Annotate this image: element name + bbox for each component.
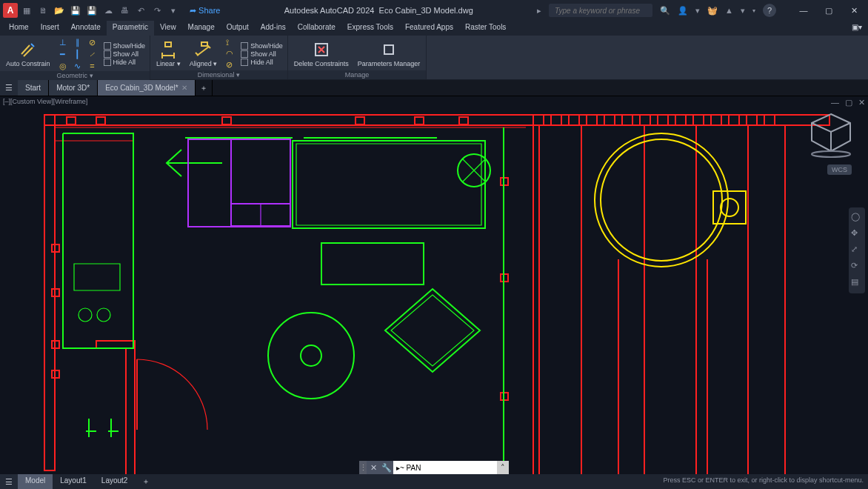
help-dropdown-icon[interactable]: ▾ — [752, 7, 755, 14]
apps-icon[interactable]: ▲ — [725, 6, 733, 15]
document-tab[interactable]: Motor 3D* — [49, 80, 98, 96]
ribbon-tab-insert[interactable]: Insert — [35, 21, 65, 36]
delete-constraints-button[interactable]: Delete Constraints — [291, 39, 352, 69]
label: Show/Hide — [113, 42, 146, 50]
ribbon-tab-express-tools[interactable]: Express Tools — [341, 21, 399, 36]
cmd-close-icon[interactable]: ✕ — [367, 461, 380, 474]
panel-dropdown-icon: ▾ — [90, 72, 93, 79]
signin-icon[interactable]: 👤 — [678, 6, 688, 16]
view-cube[interactable]: LEFT FRONT — [809, 111, 853, 156]
maximize-button[interactable]: ▢ — [818, 1, 840, 19]
horizontal-constraint-icon[interactable]: ━ — [56, 49, 70, 59]
dim-icon[interactable]: ◠ — [226, 49, 233, 59]
ribbon-tab-featured-apps[interactable]: Featured Apps — [399, 21, 459, 36]
close-tab-icon[interactable]: ✕ — [181, 84, 187, 92]
cloud-icon[interactable]: ☁ — [102, 4, 114, 16]
showmotion-icon[interactable]: ▤ — [851, 277, 863, 289]
drawing-viewport[interactable]: [–][Custom View][Wireframe] — ▢ ✕ — [0, 96, 868, 474]
constraint-showall-button[interactable]: Show All — [102, 50, 147, 58]
close-button[interactable]: ✕ — [843, 1, 865, 19]
constraint-hideall-button[interactable]: Hide All — [102, 59, 147, 66]
basket-icon[interactable]: 🧺 — [707, 6, 718, 16]
ribbon-panel-label[interactable]: Geometric ▾ — [0, 71, 150, 80]
share-label: Share — [198, 6, 220, 15]
linear-button[interactable]: Linear ▾ — [153, 39, 184, 69]
status-hint: Press ESC or ENTER to exit, or right-cli… — [658, 474, 868, 489]
auto-constrain-button[interactable]: Auto Constrain — [3, 39, 53, 69]
ribbon-tab-parametric[interactable]: Parametric — [107, 21, 154, 36]
cmd-history-dropdown-icon[interactable]: ˄ — [497, 461, 509, 474]
search-input[interactable] — [549, 4, 652, 17]
orbit-icon[interactable]: ⟳ — [851, 261, 863, 273]
ribbon-panel-label[interactable]: Dimensional ▾ — [150, 70, 287, 79]
ribbon-tab-home[interactable]: Home — [3, 21, 35, 36]
svg-rect-0 — [165, 42, 171, 47]
svg-rect-20 — [640, 115, 650, 125]
drawing-canvas[interactable] — [0, 96, 868, 474]
cmd-drag-handle-icon[interactable]: ⋮ — [359, 461, 367, 474]
constraint-showhide-button[interactable]: Show/Hide — [239, 42, 284, 50]
signin-dropdown-icon[interactable]: ▾ — [695, 6, 700, 16]
ribbon-tab-collaborate[interactable]: Collaborate — [292, 21, 341, 36]
title-bar-right: ▸ 🔍 👤 ▾ 🧺 ▲ ▾ ▾ ? — ▢ ✕ — [537, 1, 865, 19]
add-layout-button[interactable]: ＋ — [135, 474, 157, 489]
smooth-constraint-icon[interactable]: ∿ — [71, 61, 84, 71]
new-tab-button[interactable]: ＋ — [196, 80, 213, 96]
vertical-constraint-icon[interactable]: ┃ — [71, 49, 84, 59]
qat-menu-icon[interactable]: ▦ — [21, 4, 33, 16]
command-input[interactable] — [393, 461, 497, 474]
open-icon[interactable]: 📂 — [53, 4, 65, 16]
saveas-icon[interactable]: 💾 — [86, 4, 98, 16]
zoom-extents-icon[interactable]: ⤢ — [851, 245, 863, 256]
concentric-constraint-icon[interactable]: ◎ — [56, 61, 70, 71]
apps-dropdown-icon[interactable]: ▾ — [741, 6, 745, 16]
perpendicular-constraint-icon[interactable]: ⊥ — [56, 37, 70, 47]
search-caret-icon[interactable]: ▸ — [537, 6, 541, 16]
ribbon-tab-add-ins[interactable]: Add-ins — [255, 21, 292, 36]
minimize-button[interactable]: — — [792, 1, 815, 19]
parameters-manager-button[interactable]: f(x) Parameters Manager — [355, 39, 424, 69]
save-icon[interactable]: 💾 — [70, 4, 81, 16]
doctabs-menu-icon[interactable]: ☰ — [0, 80, 18, 96]
help-icon[interactable]: ? — [763, 4, 776, 17]
command-line: ⋮ ✕ 🔧 ˄ — [359, 461, 509, 474]
share-button[interactable]: ➦ Share — [190, 6, 220, 16]
parallel-constraint-icon[interactable]: ∥ — [71, 37, 84, 47]
ribbon-tab-annotate[interactable]: Annotate — [65, 21, 107, 36]
aligned-button[interactable]: Aligned ▾ — [187, 39, 221, 69]
document-tab[interactable]: Start — [18, 80, 49, 96]
tangent-constraint-icon[interactable]: ⊘ — [86, 37, 99, 47]
wcs-badge[interactable]: WCS — [827, 164, 852, 175]
cmd-customize-icon[interactable]: 🔧 — [380, 461, 393, 474]
svg-rect-18 — [604, 115, 615, 125]
app-logo[interactable]: A — [3, 3, 18, 18]
pan-icon[interactable]: ✥ — [851, 228, 863, 240]
equal-constraint-icon[interactable]: = — [86, 61, 99, 71]
constraint-hideall-button[interactable]: Hide All — [239, 59, 284, 66]
ribbon-tab-view[interactable]: View — [154, 21, 182, 36]
constraint-showall-button[interactable]: Show All — [239, 50, 284, 58]
new-icon[interactable]: 🗎 — [37, 4, 49, 16]
parameters-manager-label: Parameters Manager — [358, 60, 421, 67]
layout-tab-model[interactable]: Model — [18, 474, 53, 489]
document-tab[interactable]: Eco Cabin_3D Model*✕ — [98, 80, 195, 96]
redo-icon[interactable]: ↷ — [151, 4, 163, 16]
ribbon-tab-output[interactable]: Output — [221, 21, 255, 36]
search-icon[interactable]: 🔍 — [660, 6, 670, 16]
collinear-constraint-icon[interactable]: ⟋ — [86, 49, 99, 59]
qat-chevron-down-icon[interactable]: ▾ — [167, 4, 179, 16]
undo-icon[interactable]: ↶ — [135, 4, 147, 16]
ribbon-tab-raster-tools[interactable]: Raster Tools — [459, 21, 512, 36]
ribbon-tab-manage[interactable]: Manage — [182, 21, 221, 36]
lock-icon — [104, 42, 111, 50]
full-nav-wheel-icon[interactable]: ◯ — [851, 212, 863, 224]
layout-tab-layout2[interactable]: Layout2 — [94, 474, 136, 489]
layout-tab-layout1[interactable]: Layout1 — [53, 474, 94, 489]
dim-icon[interactable]: ⟟ — [226, 38, 233, 47]
print-icon[interactable]: 🖶 — [118, 4, 130, 16]
svg-rect-12 — [415, 117, 424, 124]
layout-menu-icon[interactable]: ☰ — [0, 474, 18, 489]
ribbon-collapse-icon[interactable]: ▣▾ — [846, 21, 868, 36]
constraint-showhide-button[interactable]: Show/Hide — [102, 42, 147, 50]
dim-icon[interactable]: ⊘ — [226, 60, 233, 70]
